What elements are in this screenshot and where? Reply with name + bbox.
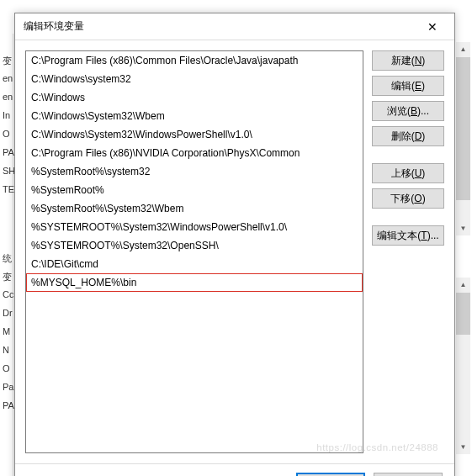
scroll-up-arrow[interactable]: ▲ (456, 42, 470, 56)
delete-button[interactable]: 删除(D) (372, 126, 444, 146)
bg-label: 统 (3, 252, 12, 265)
dialog-footer: 确定 取消 (15, 463, 454, 476)
edittext-button[interactable]: 编辑文本(T)... (372, 225, 444, 246)
scrollbar[interactable]: ▲ ▼ (456, 42, 470, 235)
path-entry[interactable]: %SystemRoot%\System32\Wbem (26, 199, 363, 218)
path-entry[interactable]: %SystemRoot%\system32 (26, 162, 363, 181)
dialog-title: 编辑环境变量 (24, 19, 419, 34)
bg-label: O (3, 363, 10, 373)
path-entry[interactable]: %SystemRoot% (26, 181, 363, 199)
movedown-button[interactable]: 下移(O) (372, 188, 444, 209)
close-icon[interactable]: ✕ (419, 13, 446, 40)
path-entry[interactable]: C:\Program Files (x86)\Common Files\Orac… (26, 51, 363, 70)
path-entry[interactable]: C:\IDE\Git\cmd (26, 255, 363, 273)
bg-label: en (3, 92, 13, 102)
path-entry[interactable]: %SYSTEMROOT%\System32\WindowsPowerShell\… (26, 218, 363, 236)
moveup-button[interactable]: 上移(U) (372, 163, 444, 183)
dialog-content: C:\Program Files (x86)\Common Files\Orac… (15, 40, 454, 463)
ok-button[interactable]: 确定 (296, 473, 365, 476)
bg-label: en (3, 73, 13, 83)
bg-label: SH (3, 166, 15, 176)
bg-label: M (3, 326, 10, 336)
path-listbox[interactable]: C:\Program Files (x86)\Common Files\Orac… (25, 50, 363, 453)
scrollbar[interactable]: ▲ ▼ (456, 278, 470, 454)
titlebar: 编辑环境变量 ✕ (15, 13, 454, 40)
bg-label: PA (3, 147, 14, 157)
path-entry[interactable]: C:\Windows\System32\WindowsPowerShell\v1… (26, 125, 363, 144)
path-entry[interactable]: C:\Windows (26, 88, 363, 107)
scroll-down-arrow[interactable]: ▼ (456, 221, 470, 235)
path-entry[interactable]: %MYSQL_HOME%\bin (26, 273, 363, 292)
new-button[interactable]: 新建(N) (372, 50, 444, 71)
bg-label: 变 (3, 271, 12, 283)
bg-label: TE (3, 184, 14, 194)
scroll-thumb[interactable] (456, 57, 470, 200)
browse-button[interactable]: 浏览(B)... (372, 101, 444, 121)
path-entry[interactable]: C:\Windows\System32\Wbem (26, 107, 363, 125)
scroll-up-arrow[interactable]: ▲ (456, 278, 470, 292)
side-buttons: 新建(N) 编辑(E) 浏览(B)... 删除(D) 上移(U) 下移(O) 编… (372, 50, 444, 453)
bg-label: Dr (3, 308, 13, 318)
bg-label: Pa (3, 382, 13, 392)
path-entry[interactable]: C:\Windows\system32 (26, 70, 363, 88)
scroll-thumb[interactable] (456, 293, 470, 335)
path-entry[interactable]: %SYSTEMROOT%\System32\OpenSSH\ (26, 236, 363, 255)
edit-button[interactable]: 编辑(E) (372, 76, 444, 96)
cancel-button[interactable]: 取消 (374, 473, 443, 476)
bg-label: O (3, 129, 10, 139)
bg-label: Cc (3, 289, 13, 299)
scroll-down-arrow[interactable]: ▼ (456, 440, 470, 454)
bg-label: PA (3, 400, 14, 410)
bg-label: N (3, 345, 9, 355)
edit-env-var-dialog: 编辑环境变量 ✕ C:\Program Files (x86)\Common F… (14, 13, 455, 476)
path-entry[interactable]: C:\Program Files (x86)\NVIDIA Corporatio… (26, 144, 363, 162)
bg-label: In (3, 110, 10, 120)
bg-label: 变 (3, 55, 12, 67)
